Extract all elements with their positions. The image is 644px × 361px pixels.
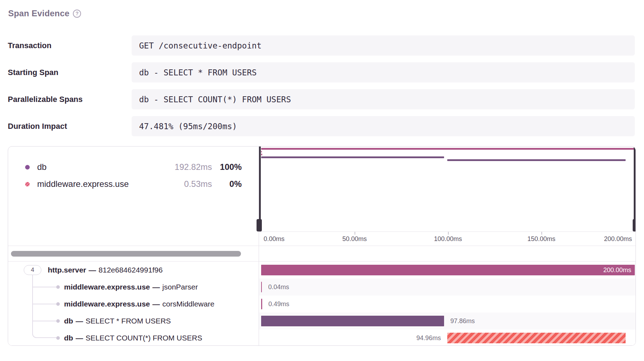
evidence-label: Transaction — [8, 35, 132, 56]
evidence-value: GET /consecutive-endpoint — [132, 35, 635, 56]
minimap-span-select-count — [447, 159, 626, 161]
legend-item-middleware[interactable]: middleware.express.use 0.53ms 0% — [8, 176, 259, 193]
evidence-list: Transaction GET /consecutive-endpoint St… — [8, 35, 644, 136]
span-op: db — [64, 334, 73, 342]
tree-scrollbar-track[interactable] — [8, 246, 259, 261]
span-row-jsonparser[interactable]: middleware.express.use — jsonParser 0.04… — [8, 279, 636, 296]
op-separator: — — [76, 334, 83, 342]
span-duration-bar — [261, 299, 262, 309]
legend-item-db[interactable]: db 192.82ms 100% — [8, 159, 259, 176]
span-op: middleware.express.use — [64, 300, 150, 308]
minimap-left-drag-handle[interactable] — [257, 219, 262, 231]
span-bar-cell: 200.00ms — [259, 262, 636, 279]
span-row-select-users[interactable]: db — SELECT * FROM USERS 97.86ms — [8, 313, 636, 330]
scroll-band-spacer — [259, 246, 636, 261]
minimap-span-corsmiddleware — [261, 154, 262, 155]
span-duration-bar-hatched — [447, 333, 626, 343]
span-bar-cell: 94.96ms — [259, 330, 636, 346]
span-description: SELECT * FROM USERS — [86, 317, 171, 325]
waterfall-top-section: db 192.82ms 100% middleware.express.use … — [8, 147, 636, 246]
minimap-pane: 0.00ms 50.00ms 100.00ms 150.00ms 200.00m… — [259, 147, 636, 246]
span-evidence-page: Span Evidence ? Transaction GET /consecu… — [0, 0, 644, 346]
page-header: Span Evidence ? — [8, 8, 644, 18]
evidence-row-parallelizable-spans: Parallelizable Spans db - SELECT COUNT(*… — [8, 89, 635, 109]
evidence-row-starting-span: Starting Span db - SELECT * FROM USERS — [8, 62, 635, 82]
evidence-label: Duration Impact — [8, 116, 132, 136]
span-row-http-server[interactable]: 4 http.server — 812e684624991f96 200.00m… — [8, 262, 636, 279]
horizontal-scroll-band — [8, 246, 636, 261]
page-title: Span Evidence — [8, 8, 69, 18]
minimap-right-drag-handle[interactable] — [633, 219, 636, 231]
span-duration-label: 0.49ms — [269, 296, 289, 313]
span-op: middleware.express.use — [64, 283, 150, 291]
evidence-value: 47.481% (95ms/200ms) — [132, 116, 635, 136]
legend-percentage: 100% — [212, 162, 242, 172]
minimap-right-boundary — [634, 147, 636, 231]
minimap-span-http-server — [261, 148, 635, 150]
span-duration-label: 94.96ms — [416, 330, 441, 346]
minimap-span-jsonparser — [261, 151, 262, 153]
legend-op-label: db — [37, 162, 166, 172]
middleware-series-dot-icon — [25, 182, 30, 187]
minimap-left-boundary — [259, 147, 261, 231]
legend-duration: 0.53ms — [166, 179, 212, 189]
op-separator: — — [153, 300, 160, 308]
span-description: jsonParser — [162, 283, 198, 291]
span-duration-label: 200.00ms — [603, 262, 631, 279]
span-duration-bar — [261, 265, 635, 275]
axis-label: 150.00ms — [527, 232, 555, 246]
op-separator: — — [76, 317, 83, 325]
span-row-select-count[interactable]: db — SELECT COUNT(*) FROM USERS 94.96ms — [8, 330, 636, 346]
trace-minimap[interactable] — [259, 147, 636, 231]
axis-label: 0.00ms — [264, 232, 284, 246]
span-bar-cell: 0.49ms — [259, 296, 636, 313]
span-duration-bar — [261, 282, 262, 292]
span-description: corsMiddleware — [162, 300, 214, 308]
span-duration-bar — [261, 316, 444, 326]
evidence-row-transaction: Transaction GET /consecutive-endpoint — [8, 35, 635, 56]
span-bar-cell: 0.04ms — [259, 279, 636, 296]
op-separator: — — [153, 283, 160, 291]
tree-scrollbar-thumb[interactable] — [11, 251, 241, 257]
legend: db 192.82ms 100% middleware.express.use … — [8, 147, 259, 246]
help-icon[interactable]: ? — [73, 10, 81, 18]
span-rows: 4 http.server — 812e684624991f96 200.00m… — [8, 261, 636, 346]
span-description: SELECT COUNT(*) FROM USERS — [86, 334, 202, 342]
db-series-dot-icon — [25, 165, 30, 170]
minimap-span-select-users — [261, 156, 444, 158]
span-duration-label: 97.86ms — [450, 313, 475, 330]
op-separator: — — [89, 266, 96, 274]
evidence-row-duration-impact: Duration Impact 47.481% (95ms/200ms) — [8, 116, 635, 136]
legend-percentage: 0% — [212, 179, 242, 189]
span-row-corsmiddleware[interactable]: middleware.express.use — corsMiddleware … — [8, 296, 636, 313]
span-bar-cell: 97.86ms — [259, 313, 636, 330]
span-op: http.server — [48, 266, 86, 274]
axis-label: 50.00ms — [342, 232, 367, 246]
span-duration-label: 0.04ms — [268, 279, 289, 296]
span-children-count-badge[interactable]: 4 — [24, 265, 41, 275]
legend-duration: 192.82ms — [166, 162, 212, 172]
legend-op-label: middleware.express.use — [37, 179, 166, 189]
evidence-value: db - SELECT * FROM USERS — [132, 62, 635, 82]
axis-label: 200.00ms — [604, 232, 632, 246]
span-op: db — [64, 317, 73, 325]
span-description: 812e684624991f96 — [99, 266, 163, 274]
evidence-label: Parallelizable Spans — [8, 89, 132, 109]
evidence-label: Starting Span — [8, 62, 132, 82]
time-axis: 0.00ms 50.00ms 100.00ms 150.00ms 200.00m… — [259, 231, 636, 246]
axis-label: 100.00ms — [434, 232, 462, 246]
evidence-value: db - SELECT COUNT(*) FROM USERS — [132, 89, 635, 109]
span-waterfall-panel: db 192.82ms 100% middleware.express.use … — [8, 146, 636, 346]
